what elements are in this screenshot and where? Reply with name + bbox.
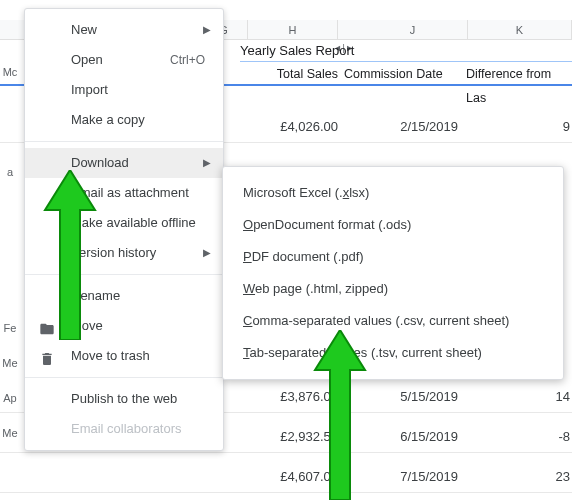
submenu-item-tsv[interactable]: Tab-separated values (.tsv, current shee… bbox=[223, 337, 563, 369]
header-difference[interactable]: Difference from Las bbox=[466, 62, 572, 86]
menu-item-rename[interactable]: Rename bbox=[25, 281, 223, 311]
submenu-label-u: P bbox=[243, 249, 252, 264]
menu-label: Open bbox=[71, 52, 103, 67]
folder-icon bbox=[39, 318, 55, 334]
submenu-label-u: W bbox=[243, 281, 255, 296]
sheet-title-row[interactable]: Yearly Sales Report bbox=[240, 40, 572, 62]
menu-item-make-offline[interactable]: Make available offline bbox=[25, 208, 223, 238]
submenu-item-pdf[interactable]: PDF document (.pdf) bbox=[223, 241, 563, 273]
menu-label: Make a copy bbox=[71, 112, 145, 127]
chevron-right-icon: ▶ bbox=[203, 238, 211, 268]
cell-commission-date[interactable]: 5/15/2019 bbox=[358, 380, 458, 413]
menu-item-publish-web[interactable]: Publish to the web bbox=[25, 384, 223, 414]
menu-label: Rename bbox=[71, 288, 120, 303]
menu-item-new[interactable]: New ▶ bbox=[25, 15, 223, 45]
cell-total-sales[interactable]: £4,607.00 bbox=[248, 460, 338, 493]
menu-item-open[interactable]: Open Ctrl+O bbox=[25, 45, 223, 75]
menu-shortcut: Ctrl+O bbox=[170, 45, 205, 75]
sheet-title: Yearly Sales Report bbox=[240, 43, 354, 58]
row-label: Me bbox=[0, 357, 20, 369]
menu-label: Import bbox=[71, 82, 108, 97]
menu-label: Move bbox=[71, 318, 103, 333]
menu-item-download[interactable]: Download ▶ bbox=[25, 148, 223, 178]
menu-separator bbox=[25, 274, 223, 275]
chevron-right-icon: ▶ bbox=[203, 148, 211, 178]
menu-label: Version history bbox=[71, 245, 156, 260]
cell-difference[interactable]: 9 bbox=[540, 110, 570, 143]
menu-label: Publish to the web bbox=[71, 391, 177, 406]
chevron-right-icon: ▶ bbox=[203, 15, 211, 45]
cell-difference[interactable]: 23 bbox=[540, 460, 570, 493]
submenu-label-post: lsx) bbox=[349, 185, 369, 200]
menu-label: New bbox=[71, 22, 97, 37]
cell-total-sales[interactable]: £3,876.00 bbox=[248, 380, 338, 413]
menu-separator bbox=[25, 377, 223, 378]
submenu-item-csv[interactable]: Comma-separated values (.csv, current sh… bbox=[223, 305, 563, 337]
menu-item-move-to-trash[interactable]: Move to trash bbox=[25, 341, 223, 371]
cell-difference[interactable]: 14 bbox=[540, 380, 570, 413]
table-row[interactable]: £4,607.00 7/15/2019 23 bbox=[0, 460, 572, 493]
menu-item-email-collaborators[interactable]: Email collaborators bbox=[25, 414, 223, 444]
file-menu: New ▶ Open Ctrl+O Import Make a copy Dow… bbox=[24, 8, 224, 451]
menu-label: Move to trash bbox=[71, 348, 150, 363]
menu-label: Email as attachment bbox=[71, 185, 189, 200]
row-label: Fe bbox=[0, 322, 20, 334]
menu-item-import[interactable]: Import bbox=[25, 75, 223, 105]
menu-item-move[interactable]: Move bbox=[25, 311, 223, 341]
submenu-label-u: C bbox=[243, 313, 252, 328]
column-header-k[interactable]: K bbox=[468, 20, 572, 40]
submenu-label-post: penDocument format (.ods) bbox=[253, 217, 411, 232]
cell-commission-date[interactable]: 7/15/2019 bbox=[358, 460, 458, 493]
submenu-item-ods[interactable]: OpenDocument format (.ods) bbox=[223, 209, 563, 241]
submenu-item-xlsx[interactable]: Microsoft Excel (.xlsx) bbox=[223, 177, 563, 209]
submenu-label-post: DF document (.pdf) bbox=[252, 249, 364, 264]
menu-label: Email collaborators bbox=[71, 421, 182, 436]
cell-commission-date[interactable]: 6/15/2019 bbox=[358, 420, 458, 453]
submenu-label-post: eb page (.html, zipped) bbox=[255, 281, 388, 296]
cell-total-sales[interactable]: £4,026.00 bbox=[248, 110, 338, 143]
submenu-label-post: omma-separated values (.csv, current she… bbox=[252, 313, 509, 328]
cell-commission-date[interactable]: 2/15/2019 bbox=[358, 110, 458, 143]
download-submenu: Microsoft Excel (.xlsx) OpenDocument for… bbox=[222, 166, 564, 380]
submenu-item-web[interactable]: Web page (.html, zipped) bbox=[223, 273, 563, 305]
submenu-label-u: O bbox=[243, 217, 253, 232]
menu-label: Make available offline bbox=[71, 215, 196, 230]
row-label: a bbox=[0, 166, 20, 178]
cell-difference[interactable]: -8 bbox=[540, 420, 570, 453]
header-commission-date[interactable]: Commission Date bbox=[344, 62, 462, 86]
menu-separator bbox=[25, 141, 223, 142]
cell-total-sales[interactable]: £2,932.50 bbox=[248, 420, 338, 453]
menu-item-email-attachment[interactable]: Email as attachment bbox=[25, 178, 223, 208]
submenu-label-pre: Microsoft Excel (. bbox=[243, 185, 343, 200]
column-header-j[interactable]: J bbox=[358, 20, 468, 40]
trash-icon bbox=[39, 348, 55, 364]
menu-label: Download bbox=[71, 155, 129, 170]
row-label: Mc bbox=[0, 66, 20, 78]
menu-item-make-copy[interactable]: Make a copy bbox=[25, 105, 223, 135]
column-header-h[interactable]: H bbox=[248, 20, 338, 40]
header-total-sales[interactable]: Total Sales bbox=[258, 62, 338, 86]
submenu-label-post: ab-separated values (.tsv, current sheet… bbox=[250, 345, 482, 360]
menu-item-version-history[interactable]: Version history ▶ bbox=[25, 238, 223, 268]
